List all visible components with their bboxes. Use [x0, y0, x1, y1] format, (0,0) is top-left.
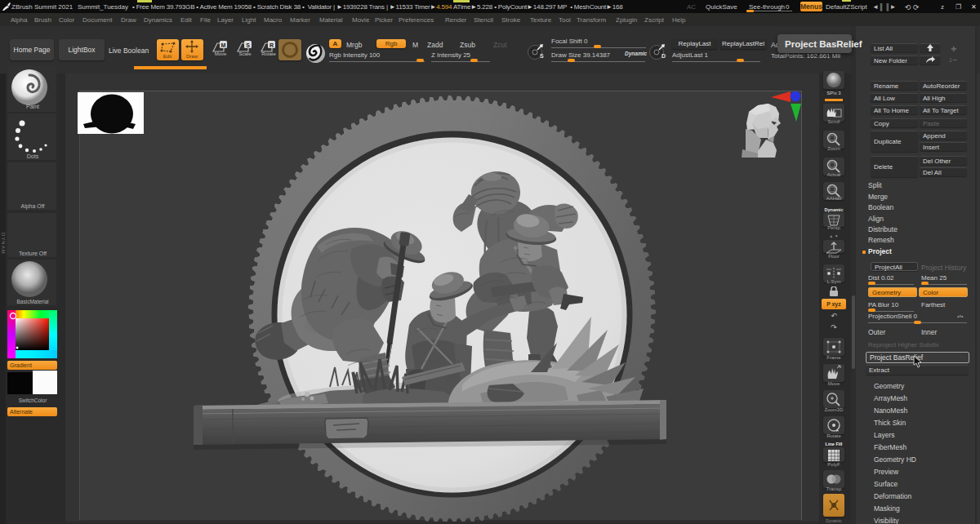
svg-text:D: D	[662, 53, 666, 59]
svg-text:S: S	[246, 42, 250, 48]
svg-text:M: M	[221, 42, 226, 48]
svg-text:R: R	[270, 42, 274, 48]
svg-text:Draw: Draw	[186, 54, 198, 59]
svg-text:S: S	[540, 53, 544, 59]
svg-text:Edit: Edit	[163, 54, 172, 59]
